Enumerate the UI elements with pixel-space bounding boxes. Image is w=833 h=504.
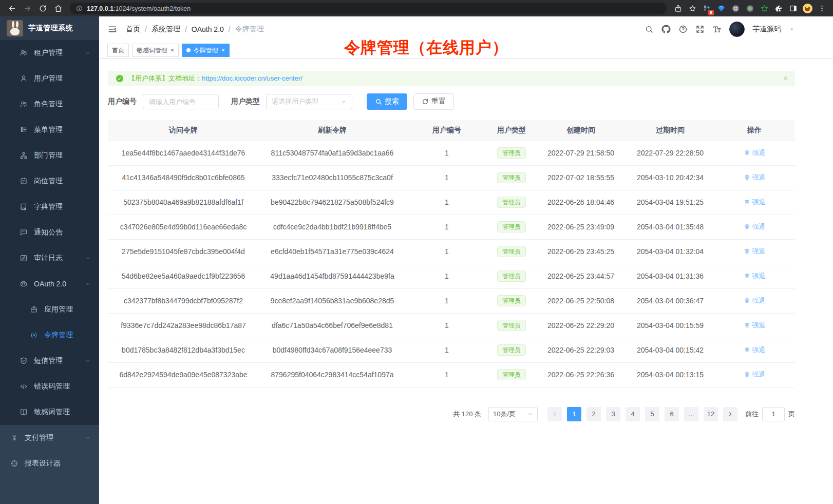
page-size-select[interactable]: 10条/页	[488, 407, 538, 421]
puzzle-icon[interactable]	[771, 1, 786, 15]
prev-page-button[interactable]	[547, 407, 562, 421]
user-id-cell: 1	[406, 362, 488, 387]
robot-icon	[20, 280, 28, 288]
browser-toolbar: 127.0.0.1:1024/system/oauth2/token 9	[0, 0, 833, 16]
browser-home-icon[interactable]	[50, 1, 66, 15]
user-name[interactable]: 芋道源码	[752, 25, 781, 34]
caret-down-icon[interactable]	[789, 26, 795, 32]
users-icon	[20, 100, 28, 108]
breadcrumb-item[interactable]: 首页	[126, 25, 140, 34]
access-token-cell: 1ea5e44f8bc1467aaede43144f31de76	[108, 141, 259, 165]
command-circle-icon[interactable]	[728, 1, 743, 15]
force-logout-button[interactable]: 强退	[744, 173, 766, 182]
force-logout-button[interactable]: 强退	[744, 198, 766, 207]
app-logo[interactable]: 芋道管理系统	[0, 16, 99, 40]
sidebar-item-dept[interactable]: 部门管理	[0, 143, 99, 168]
sidebar-item-notice[interactable]: 通知公告	[0, 220, 99, 245]
breadcrumb-item[interactable]: 系统管理	[152, 25, 180, 34]
doc-link[interactable]: https://doc.iocoder.cn/user-center/	[202, 74, 302, 82]
user-type-select[interactable]: 请选择用户类型	[266, 94, 352, 109]
page-number-button[interactable]: 2	[586, 407, 601, 421]
view-tab[interactable]: 首页	[107, 44, 129, 57]
force-logout-button[interactable]: 强退	[744, 321, 766, 330]
tab-close-icon[interactable]: ×	[221, 47, 225, 53]
address-bar[interactable]: 127.0.0.1:1024/system/oauth2/token	[70, 3, 667, 14]
app-title: 芋道管理系统	[28, 24, 73, 33]
collapse-sidebar-icon[interactable]	[107, 24, 118, 34]
sidebar-item-oauth2-app[interactable]: 应用管理	[0, 297, 99, 322]
force-logout-button[interactable]: 强退	[744, 148, 766, 158]
pagination: 共 120 条 10条/页 123456...12 前往 页	[108, 407, 795, 421]
page-number-button[interactable]: 3	[606, 407, 620, 421]
sidebar-item-label: 角色管理	[34, 100, 63, 109]
reset-button[interactable]: 重置	[413, 93, 454, 110]
site-info-icon[interactable]	[76, 5, 83, 12]
search-button[interactable]: 搜索	[367, 93, 407, 110]
sidebar-item-role[interactable]: 角色管理	[0, 91, 99, 117]
force-logout-button[interactable]: 强退	[744, 247, 766, 256]
sidebar-item-audit-log[interactable]: 审计日志	[0, 245, 99, 271]
sidebar-item-label: OAuth 2.0	[34, 280, 66, 288]
breadcrumb-separator: /	[229, 25, 231, 33]
fullscreen-icon[interactable]	[695, 25, 705, 34]
view-tab[interactable]: 敏感词管理×	[132, 44, 179, 57]
search-icon[interactable]	[645, 25, 654, 34]
extension-grid-icon[interactable]: 9	[699, 1, 714, 15]
force-logout-label: 强退	[752, 247, 766, 256]
force-logout-button[interactable]: 强退	[744, 370, 766, 379]
share-icon[interactable]	[671, 1, 685, 15]
page-number-button[interactable]: 6	[665, 407, 679, 421]
profile-avatar-icon[interactable]	[800, 1, 815, 15]
url-text: 127.0.0.1:1024/system/oauth2/token	[87, 4, 191, 12]
page-number-button[interactable]: 5	[645, 407, 659, 421]
goto-page-input[interactable]	[762, 407, 785, 421]
record-circle-icon[interactable]	[743, 1, 757, 15]
force-logout-button[interactable]: 强退	[744, 272, 766, 281]
alert-close-icon[interactable]: ×	[783, 74, 788, 83]
user-avatar[interactable]	[729, 22, 745, 37]
sidebar-item-user[interactable]: 用户管理	[0, 66, 99, 91]
tab-close-icon[interactable]: ×	[171, 47, 174, 53]
sidebar-item-dict[interactable]: 字典管理	[0, 194, 99, 220]
user-type-placeholder: 请选择用户类型	[272, 97, 318, 106]
sidebar-item-pay[interactable]: 支付管理	[0, 425, 99, 451]
expire-time-cell: 2022-07-29 22:28:50	[627, 141, 714, 165]
sidebar-item-report-designer[interactable]: 报表设计器	[0, 451, 99, 476]
side-panel-icon[interactable]	[786, 1, 800, 15]
help-icon[interactable]	[678, 25, 688, 34]
user-id-input[interactable]	[143, 94, 219, 109]
browser-reload-icon[interactable]	[35, 1, 50, 15]
more-pages-button[interactable]: ...	[684, 407, 698, 421]
force-logout-button[interactable]: 强退	[744, 296, 766, 305]
breadcrumb-separator: /	[185, 25, 187, 33]
breadcrumb-item[interactable]: OAuth 2.0	[192, 25, 224, 33]
font-size-icon[interactable]	[712, 25, 722, 34]
sidebar-item-sms[interactable]: 短信管理	[0, 348, 99, 374]
sidebar-item-oauth2[interactable]: OAuth 2.0	[0, 271, 99, 297]
sidebar-item-label: 部门管理	[34, 151, 63, 160]
page-number-button[interactable]: 12	[704, 407, 718, 421]
browser-forward-icon[interactable]	[20, 1, 35, 15]
page-number-button[interactable]: 1	[567, 407, 581, 421]
sidebar-item-post[interactable]: 岗位管理	[0, 168, 99, 194]
next-page-button[interactable]	[723, 407, 737, 421]
browser-back-icon[interactable]	[4, 1, 20, 15]
gem-icon[interactable]	[714, 1, 728, 15]
sidebar-item-menu[interactable]: 菜单管理	[0, 117, 99, 143]
sidebar-item-error-code[interactable]: 错误码管理	[0, 374, 99, 399]
sidebar-item-tenant[interactable]: 租户管理	[0, 40, 99, 66]
force-logout-button[interactable]: 强退	[744, 345, 766, 355]
chevron-down-icon	[85, 50, 91, 56]
view-tab[interactable]: 令牌管理×	[182, 44, 230, 57]
sidebar-item-sensitive-word[interactable]: 敏感词管理	[0, 399, 99, 425]
green-star-icon[interactable]	[757, 1, 771, 15]
force-logout-label: 强退	[752, 222, 766, 231]
bookmark-star-icon[interactable]	[685, 1, 699, 15]
force-logout-button[interactable]: 强退	[744, 222, 766, 231]
sidebar-item-oauth2-token[interactable]: 令牌管理	[0, 322, 99, 348]
page-number-button[interactable]: 4	[626, 407, 640, 421]
browser-menu-icon[interactable]	[815, 1, 829, 15]
github-icon[interactable]	[661, 25, 671, 34]
user-id-cell: 1	[406, 239, 488, 264]
refresh-token-cell: 811c530487574fa0af1a59d3abc1aa66	[259, 141, 406, 165]
